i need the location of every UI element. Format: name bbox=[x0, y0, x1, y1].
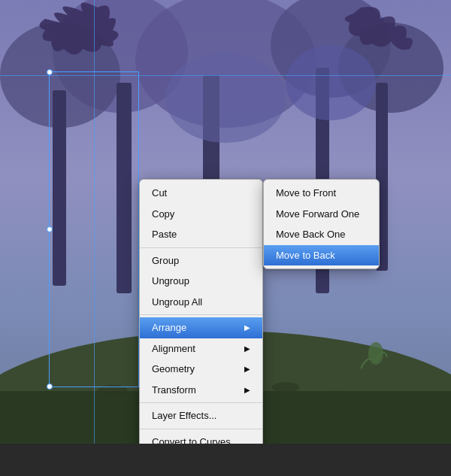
submenu-item-move-back[interactable]: Move to Back bbox=[264, 245, 379, 266]
menu-item-ungroup-all[interactable]: Ungroup All bbox=[140, 292, 262, 313]
handle-top-left[interactable] bbox=[47, 69, 53, 75]
menu-item-convert-curves[interactable]: Convert to Curves bbox=[140, 432, 262, 444]
guide-horizontal-top bbox=[0, 75, 451, 76]
separator-1 bbox=[140, 247, 262, 248]
menu-item-geometry[interactable]: Geometry ▶ bbox=[140, 359, 262, 380]
context-menu: Cut Copy Paste Group Ungroup Ungroup All… bbox=[139, 179, 263, 444]
menu-item-alignment[interactable]: Alignment ▶ bbox=[140, 338, 262, 359]
menu-item-layer-effects[interactable]: Layer Effects... bbox=[140, 405, 262, 426]
menu-item-transform[interactable]: Transform ▶ bbox=[140, 380, 262, 401]
separator-4 bbox=[140, 429, 262, 429]
menu-item-group[interactable]: Group bbox=[140, 250, 262, 271]
submenu-arrow-alignment: ▶ bbox=[244, 343, 250, 354]
submenu-arrow-transform: ▶ bbox=[244, 384, 250, 396]
bottom-toolbar bbox=[0, 444, 451, 476]
guide-vertical bbox=[94, 0, 95, 444]
submenu-arrow-geometry: ▶ bbox=[244, 363, 250, 374]
menu-item-arrange[interactable]: Arrange ▶ bbox=[140, 317, 262, 338]
submenu-item-move-back-one[interactable]: Move Back One bbox=[264, 224, 379, 245]
separator-3 bbox=[140, 402, 262, 403]
separator-2 bbox=[140, 314, 262, 315]
menu-item-copy[interactable]: Copy bbox=[140, 204, 262, 225]
menu-item-paste[interactable]: Paste bbox=[140, 224, 262, 245]
menu-item-ungroup[interactable]: Ungroup bbox=[140, 271, 262, 292]
handle-mid-left[interactable] bbox=[47, 226, 53, 232]
submenu-arrange: Move to Front Move Forward One Move Back… bbox=[263, 179, 380, 269]
handle-bottom-left[interactable] bbox=[47, 384, 53, 390]
submenu-arrow-arrange: ▶ bbox=[244, 322, 250, 333]
canvas-area: Cut Copy Paste Group Ungroup Ungroup All… bbox=[0, 0, 451, 444]
menu-item-cut[interactable]: Cut bbox=[140, 183, 262, 204]
submenu-item-move-forward[interactable]: Move Forward One bbox=[264, 204, 379, 225]
submenu-item-move-front[interactable]: Move to Front bbox=[264, 183, 379, 204]
